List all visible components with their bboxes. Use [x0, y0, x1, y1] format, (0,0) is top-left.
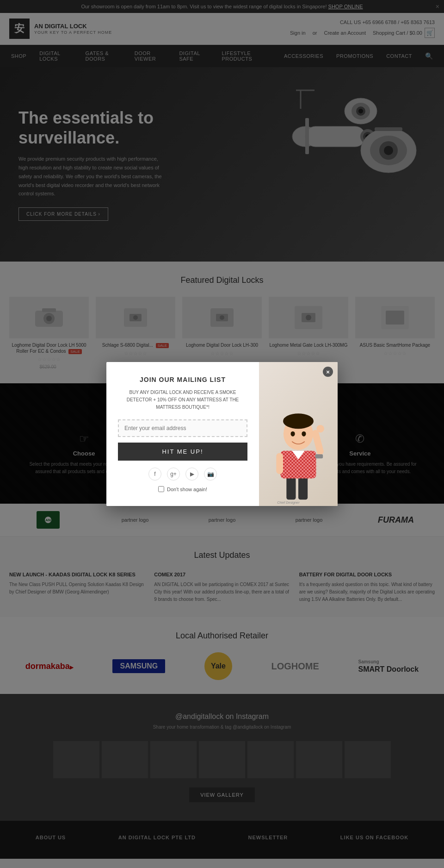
dont-show-checkbox[interactable]: Don't show again! [118, 486, 247, 492]
svg-rect-42 [276, 453, 283, 474]
modal-close-button[interactable]: × [323, 367, 333, 377]
modal-content: JOIN OUR MAILING LIST BUY ANY DIGITAL LO… [106, 362, 259, 506]
google-plus-icon[interactable]: g+ [167, 468, 180, 481]
youtube-icon[interactable]: ▶ [185, 468, 198, 481]
social-icons: f g+ ▶ 📷 [118, 468, 247, 481]
svg-rect-47 [315, 454, 323, 458]
dont-show-input[interactable] [158, 486, 164, 492]
modal-offer-text: BUY ANY DIGITAL LOCK AND RECEIVE A SMOKE… [118, 389, 247, 411]
facebook-icon[interactable]: f [148, 468, 161, 481]
hit-me-up-button[interactable]: HIT ME UP! [118, 443, 247, 461]
svg-point-44 [283, 413, 314, 429]
modal-person-image: Chief Designer [259, 362, 338, 506]
instagram-icon[interactable]: 📷 [204, 468, 217, 481]
mailing-list-modal: JOIN OUR MAILING LIST BUY ANY DIGITAL LO… [106, 362, 338, 506]
svg-point-41 [316, 425, 324, 433]
svg-text:Chief Designer: Chief Designer [277, 500, 300, 505]
svg-point-46 [302, 431, 306, 437]
modal-overlay: JOIN OUR MAILING LIST BUY ANY DIGITAL LO… [0, 0, 444, 859]
svg-point-45 [291, 431, 295, 437]
email-input[interactable] [118, 419, 247, 437]
modal-title: JOIN OUR MAILING LIST [118, 376, 247, 383]
dont-show-label: Don't show again! [167, 487, 207, 492]
